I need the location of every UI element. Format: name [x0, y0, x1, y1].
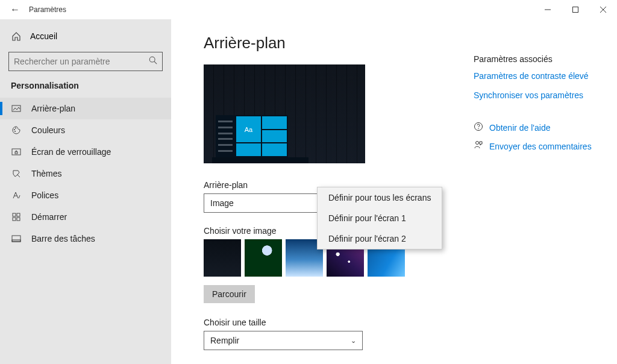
- chevron-down-icon: ⌄: [351, 337, 356, 345]
- svg-rect-0: [573, 7, 578, 13]
- back-button[interactable]: ←: [5, 0, 25, 19]
- svg-point-1: [149, 57, 155, 62]
- fonts-icon: [11, 190, 22, 200]
- link-high-contrast[interactable]: Paramètres de contraste élevé: [474, 71, 600, 81]
- home-label: Accueil: [30, 31, 57, 41]
- svg-rect-11: [17, 218, 20, 221]
- link-send-feedback[interactable]: Envoyer des commentaires: [489, 142, 592, 151]
- lockscreen-icon: [11, 147, 22, 157]
- sidebar-item-fonts[interactable]: Polices: [0, 184, 171, 206]
- svg-rect-8: [13, 213, 16, 216]
- sidebar-item-label: Thèmes: [31, 169, 62, 178]
- link-get-help[interactable]: Obtenir de l'aide: [489, 123, 551, 133]
- preview-tile-text: Aa: [236, 116, 261, 142]
- svg-rect-13: [12, 240, 20, 242]
- image-thumb-1[interactable]: [204, 239, 241, 277]
- background-select-value: Image: [210, 198, 234, 208]
- svg-point-5: [14, 131, 16, 132]
- sidebar-item-label: Polices: [31, 190, 58, 200]
- minimize-button[interactable]: [534, 0, 562, 19]
- sidebar-item-label: Arrière-plan: [31, 104, 75, 113]
- search-input[interactable]: [8, 52, 163, 71]
- fit-label: Choisir une taille: [204, 318, 617, 327]
- sidebar-item-colors[interactable]: Couleurs: [0, 119, 171, 141]
- svg-rect-10: [13, 218, 16, 221]
- background-preview: Aa: [204, 64, 365, 163]
- themes-icon: [11, 169, 22, 178]
- window-title: Paramètres: [29, 5, 66, 14]
- sidebar: Accueil Personnalisation Arrière-plan: [0, 19, 171, 364]
- sidebar-item-taskbar[interactable]: Barre des tâches: [0, 228, 171, 249]
- context-menu-item-all-screens[interactable]: Définir pour tous les écrans: [318, 187, 442, 208]
- maximize-button[interactable]: [562, 0, 589, 19]
- svg-point-15: [478, 128, 478, 129]
- search-icon: [149, 56, 157, 67]
- sidebar-item-label: Écran de verrouillage: [31, 147, 111, 157]
- related-settings: Paramètres associés Paramètres de contra…: [474, 54, 600, 159]
- home-button[interactable]: Accueil: [0, 27, 171, 46]
- taskbar-icon: [11, 234, 22, 243]
- sidebar-group-title: Personnalisation: [0, 81, 171, 98]
- home-icon: [11, 31, 22, 41]
- feedback-icon: [474, 140, 483, 152]
- sidebar-item-background[interactable]: Arrière-plan: [0, 98, 171, 119]
- help-icon: [474, 122, 483, 133]
- sidebar-item-start[interactable]: Démarrer: [0, 206, 171, 228]
- fit-select-value: Remplir: [210, 336, 239, 345]
- context-menu-item-screen-1[interactable]: Définir pour l'écran 1: [318, 208, 442, 228]
- svg-rect-9: [17, 213, 20, 216]
- sidebar-item-label: Démarrer: [31, 212, 67, 222]
- svg-point-16: [476, 142, 479, 145]
- search-field[interactable]: [14, 57, 149, 66]
- close-button[interactable]: [589, 0, 617, 19]
- sidebar-item-label: Couleurs: [31, 125, 65, 135]
- palette-icon: [11, 125, 22, 135]
- fit-select[interactable]: Remplir ⌄: [204, 331, 363, 350]
- link-sync-settings[interactable]: Synchroniser vos paramètres: [474, 90, 600, 100]
- context-menu-item-screen-2[interactable]: Définir pour l'écran 2: [318, 228, 442, 249]
- svg-point-3: [14, 129, 15, 130]
- sidebar-item-themes[interactable]: Thèmes: [0, 163, 171, 184]
- svg-rect-7: [15, 152, 17, 154]
- sidebar-item-lockscreen[interactable]: Écran de verrouillage: [0, 141, 171, 163]
- sidebar-item-label: Barre des tâches: [31, 234, 95, 243]
- title-bar: ← Paramètres: [0, 0, 617, 19]
- page-title: Arrière-plan: [204, 34, 617, 52]
- related-heading: Paramètres associés: [474, 54, 600, 64]
- background-icon: [11, 104, 22, 113]
- image-thumb-2[interactable]: [245, 239, 282, 277]
- svg-point-4: [15, 128, 16, 129]
- context-menu: Définir pour tous les écrans Définir pou…: [317, 187, 442, 249]
- browse-button[interactable]: Parcourir: [204, 285, 255, 303]
- start-icon: [11, 212, 22, 222]
